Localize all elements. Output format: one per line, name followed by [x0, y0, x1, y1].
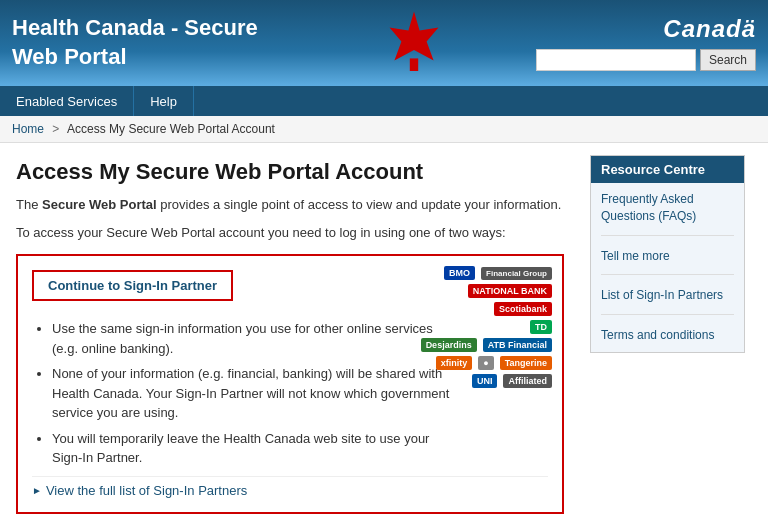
- header: Health Canada - Secure Web Portal Canadä…: [0, 0, 768, 86]
- breadcrumb-current: Access My Secure Web Portal Account: [67, 122, 275, 136]
- tell-more-link[interactable]: Tell me more: [601, 248, 734, 276]
- signin-bullet-2: None of your information (e.g. financial…: [52, 364, 452, 423]
- view-full-list-link[interactable]: ► View the full list of Sign-In Partners: [32, 476, 548, 504]
- signin-partner-button[interactable]: Continue to Sign-In Partner: [32, 270, 233, 301]
- logo-row-7: UNI Affiliated: [472, 374, 552, 388]
- signin-bullet-3: You will temporarily leave the Health Ca…: [52, 429, 452, 468]
- svg-rect-1: [410, 58, 418, 71]
- national-bank-logo: NATIONAL BANK: [468, 284, 552, 298]
- intro-bold: Secure Web Portal: [42, 197, 157, 212]
- logo-row-1: BMO Financial Group: [444, 266, 552, 280]
- resource-links: Frequently Asked Questions (FAQs) Tell m…: [591, 183, 744, 352]
- affiliated-logo: Affiliated: [503, 374, 552, 388]
- svg-marker-0: [389, 12, 438, 61]
- search-area: Search: [536, 49, 756, 71]
- signin-partner-bullets: Use the same sign-in information you use…: [32, 319, 452, 468]
- breadcrumb-home[interactable]: Home: [12, 122, 44, 136]
- breadcrumb-separator: >: [52, 122, 59, 136]
- intro-text-2: To access your Secure Web Portal account…: [16, 223, 564, 243]
- td-logo: TD: [530, 320, 552, 334]
- view-full-list-label: View the full list of Sign-In Partners: [46, 483, 247, 498]
- intro-text-1: The Secure Web Portal provides a single …: [16, 195, 564, 215]
- page-title: Access My Secure Web Portal Account: [16, 159, 564, 185]
- sidebar: Resource Centre Frequently Asked Questio…: [580, 143, 755, 515]
- uni-logo: UNI: [472, 374, 498, 388]
- nav-help[interactable]: Help: [134, 86, 194, 116]
- main-layout: Access My Secure Web Portal Account The …: [0, 143, 768, 515]
- resource-title: Resource Centre: [591, 156, 744, 183]
- logo-row-4: TD: [530, 320, 552, 334]
- search-input[interactable]: [536, 49, 696, 71]
- circle-logo: ●: [478, 356, 493, 370]
- nav-enabled-services[interactable]: Enabled Services: [0, 86, 134, 116]
- search-button[interactable]: Search: [700, 49, 756, 71]
- signin-partner-section: BMO Financial Group NATIONAL BANK Scotia…: [16, 254, 564, 514]
- signin-partners-list-link[interactable]: List of Sign-In Partners: [601, 287, 734, 315]
- site-title: Health Canada - Secure Web Portal: [12, 14, 292, 71]
- financial-group-logo: Financial Group: [481, 267, 552, 280]
- resource-box: Resource Centre Frequently Asked Questio…: [590, 155, 745, 353]
- tangerine-logo: Tangerine: [500, 356, 552, 370]
- logo-row-3: Scotiabank: [494, 302, 552, 316]
- signin-bullet-1: Use the same sign-in information you use…: [52, 319, 452, 358]
- terms-conditions-link[interactable]: Terms and conditions: [601, 327, 734, 344]
- logo-row-5: Desjardins ATB Financial: [421, 338, 552, 352]
- bmo-logo: BMO: [444, 266, 475, 280]
- triangle-icon: ►: [32, 485, 42, 496]
- xfinity-logo: xfinity: [436, 356, 473, 370]
- maple-leaf-icon: [374, 8, 454, 78]
- partner-logos: BMO Financial Group NATIONAL BANK Scotia…: [421, 266, 552, 388]
- desjardins-logo: Desjardins: [421, 338, 477, 352]
- logo-row-6: xfinity ● Tangerine: [436, 356, 552, 370]
- navbar: Enabled Services Help: [0, 86, 768, 116]
- atb-logo: ATB Financial: [483, 338, 552, 352]
- main-content: Access My Secure Web Portal Account The …: [0, 143, 580, 515]
- header-right: Canadä Search: [536, 15, 756, 71]
- faqs-link[interactable]: Frequently Asked Questions (FAQs): [601, 191, 734, 236]
- header-center: [292, 8, 536, 78]
- scotiabank-logo: Scotiabank: [494, 302, 552, 316]
- logo-row-2: NATIONAL BANK: [468, 284, 552, 298]
- canada-wordmark: Canadä: [663, 15, 756, 43]
- intro-text-1-rest: provides a single point of access to vie…: [160, 197, 561, 212]
- breadcrumb: Home > Access My Secure Web Portal Accou…: [0, 116, 768, 143]
